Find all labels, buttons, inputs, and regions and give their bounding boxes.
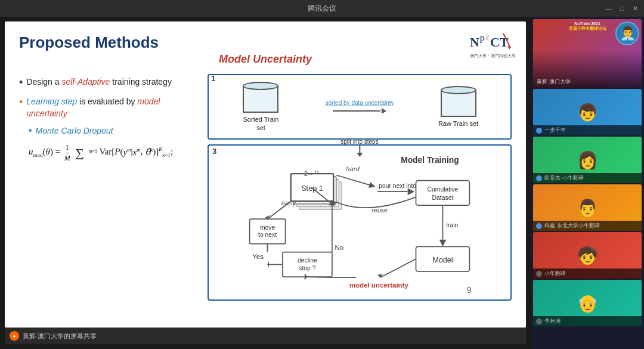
person-name-2: 科鑫 东北大学小牛翻译 — [544, 222, 600, 230]
person-name-bar-3: 小年翻译 — [533, 268, 642, 279]
data-uncertainty-link: data uncertainty — [351, 100, 394, 106]
presenter-info: 黄辉 澳门大学 — [533, 50, 642, 88]
cylinder-top-sorted — [243, 82, 278, 90]
cylinder-top-raw — [441, 86, 476, 94]
svg-text:stop ?: stop ? — [299, 265, 315, 271]
person-panel-4: 👴 李孙润 — [533, 280, 642, 326]
svg-text:..: .. — [309, 169, 312, 176]
svg-text:pour next into: pour next into — [379, 183, 416, 189]
raw-cylinder: Raw Train set — [438, 86, 479, 128]
formula-area: umod(θ) = 1 M ∑ m=1 Var[P(ym|xm, θ̂k)]Kk… — [29, 141, 198, 165]
person-name-3: 小年翻译 — [544, 270, 566, 277]
presenter-avatar: 👨‍💼 — [615, 21, 639, 45]
split-arrowhead — [357, 153, 363, 157]
diagram-1-badge: 1 — [211, 74, 215, 83]
svg-text:reuse: reuse — [372, 207, 388, 214]
maximize-button[interactable]: □ — [618, 4, 626, 13]
svg-line-42 — [268, 201, 291, 219]
split-arrow: split into steps — [340, 138, 378, 157]
svg-text:Dataset: Dataset — [432, 194, 454, 201]
person-panel-0: 👦 一步千年 — [533, 89, 642, 135]
split-label: split into steps — [340, 138, 378, 145]
raw-label: Raw Train set — [438, 119, 478, 128]
title-bar-text: 腾讯会议 — [308, 4, 336, 14]
person-dot-2 — [536, 223, 542, 229]
sub-bullet: • Monte Carlo Dropout — [29, 125, 198, 136]
logo-svg: N P 2 C T 澳門大學・澳門科技大學 — [469, 29, 516, 61]
right-diagram: 1 Sorted Train set sorted by data unce — [208, 74, 512, 301]
presenter-name: 黄辉 澳门大学 — [537, 78, 571, 86]
sorted-cylinder: Sorted Train set — [240, 82, 281, 132]
monte-carlo-text: Monte Carlo Dropout — [36, 126, 113, 135]
slide-title: Proposed Methods — [19, 33, 512, 52]
svg-text:澳門大學・澳門科技大學: 澳門大學・澳門科技大學 — [470, 54, 516, 58]
slide-subtitle: Model Uncertainty — [19, 53, 512, 66]
person-name-4: 李孙润 — [544, 317, 561, 325]
window-controls: — □ ✕ — [605, 4, 639, 13]
arrow-head — [382, 108, 386, 114]
status-bar: ● 黄辉·澳门大学的屏幕共享 — [5, 328, 526, 344]
person-name-bar-0: 一步千年 — [533, 125, 642, 135]
svg-text:C: C — [490, 35, 500, 50]
person-panel-2: 👨 科鑫 东北大学小牛翻译 — [533, 184, 642, 231]
bullet-1-text: Design a self-Adaptive training strategy — [26, 76, 172, 88]
person-name-bar-1: 欧意杰·小牛翻译 — [533, 173, 642, 183]
split-line — [359, 146, 360, 153]
svg-text:train: train — [446, 222, 458, 228]
slide-area: N P 2 C T 澳門大學・澳門科技大學 Proposed Methods M… — [0, 17, 531, 349]
person-name-1: 欧意杰·小牛翻译 — [544, 174, 584, 182]
person-dot-0 — [536, 128, 542, 134]
minimize-button[interactable]: — — [605, 4, 613, 13]
arrow-shaft — [333, 110, 380, 112]
svg-text:hard: hard — [346, 165, 360, 172]
left-text: • Design a self-Adaptive training strate… — [19, 74, 198, 301]
presenter-panel: NuTrain 2021 首届小样本翻译论坛 黄辉 澳门大学 👨‍💼 — [533, 19, 642, 88]
person-panel-3: 🧒 小年翻译 — [533, 232, 642, 279]
bullet-dot-2: • — [19, 95, 23, 110]
bullet-2: • Learning step is evaluated by model un… — [19, 96, 198, 119]
svg-text:to next: to next — [258, 231, 277, 238]
svg-text:decline: decline — [298, 257, 317, 264]
arrow-label: sorted by data uncertainty — [325, 100, 394, 106]
bullet-2-text: Learning step is evaluated by model unce… — [26, 96, 198, 119]
svg-text:2: 2 — [485, 33, 489, 41]
person-dot-3 — [536, 271, 542, 277]
person-dot-1 — [536, 175, 542, 181]
svg-text:move: move — [260, 224, 275, 231]
person-name-bar-2: 科鑫 东北大学小牛翻译 — [533, 221, 642, 231]
sorted-label: Sorted Train set — [240, 115, 281, 132]
svg-line-50 — [380, 259, 416, 277]
svg-text:n: n — [315, 168, 318, 175]
svg-text:Model: Model — [432, 256, 453, 264]
svg-text:N: N — [470, 35, 479, 50]
svg-marker-29 — [439, 240, 447, 247]
learning-step-text: Learning step — [26, 97, 77, 106]
svg-marker-46 — [268, 261, 269, 268]
person-dot-4 — [536, 319, 542, 325]
svg-text:No: No — [335, 244, 344, 251]
svg-text:Cumulative: Cumulative — [428, 186, 459, 193]
diagram-bottom-box: 3 Model Training — [208, 144, 512, 301]
content-split: • Design a self-Adaptive training strate… — [19, 74, 512, 301]
sub-bullet-dot: • — [29, 125, 32, 136]
svg-line-53 — [307, 277, 332, 277]
diagram-top-box: 1 Sorted Train set sorted by data unce — [208, 74, 512, 140]
slide-content: N P 2 C T 澳門大學・澳門科技大學 Proposed Methods M… — [5, 21, 526, 328]
title-bar: 腾讯会议 — □ ✕ — [0, 0, 644, 17]
bottom-diagram-svg: Model Training Step 1 n — [213, 150, 506, 295]
main-layout: N P 2 C T 澳門大學・澳門科技大學 Proposed Methods M… — [0, 17, 644, 349]
sorted-by-text: sorted by — [325, 100, 351, 106]
right-sidebar: NuTrain 2021 首届小样本翻译论坛 黄辉 澳门大学 👨‍💼 👦 一步千… — [531, 17, 644, 349]
bullet-dot-1: • — [19, 75, 23, 90]
svg-text:P: P — [479, 35, 485, 45]
logo-area: N P 2 C T 澳門大學・澳門科技大學 — [469, 29, 516, 61]
svg-text:2: 2 — [304, 170, 308, 177]
close-button[interactable]: ✕ — [631, 4, 639, 13]
svg-text:Model Training: Model Training — [401, 155, 459, 165]
formula-display: umod(θ) = 1 M ∑ m=1 Var[P(ym|xm, θ̂k)]Kk… — [29, 141, 198, 165]
svg-text:model uncertainty: model uncertainty — [349, 282, 409, 289]
arrow-line — [333, 108, 386, 114]
svg-text:Yes: Yes — [252, 253, 264, 260]
diagram-3-badge: 3 — [212, 147, 216, 156]
svg-text:9: 9 — [467, 285, 472, 295]
